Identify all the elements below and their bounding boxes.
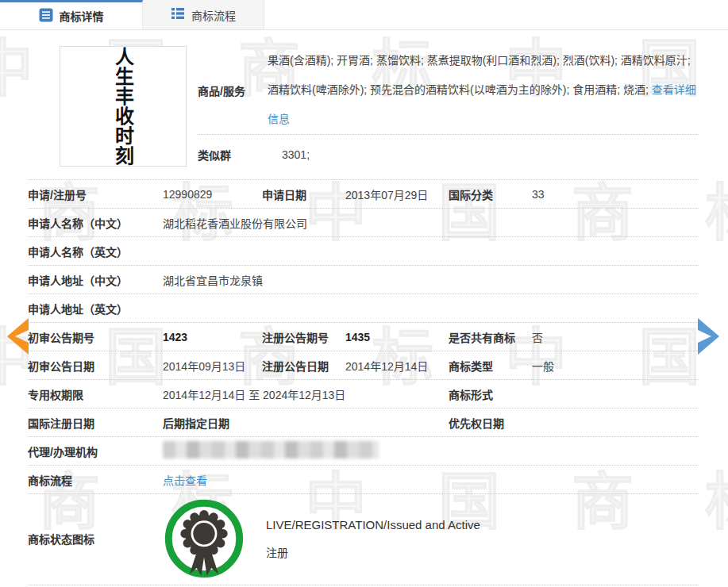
row-status: 商标状态图标 bbox=[28, 494, 699, 585]
intl-class-label: 国际分类 bbox=[449, 186, 532, 202]
click-to-view-link[interactable]: 点击查看 bbox=[163, 474, 207, 487]
intl-class-value: 33 bbox=[532, 188, 699, 201]
tab-trademark-details[interactable]: 商标详情 bbox=[0, 0, 143, 29]
row-address-cn: 申请人地址（中文） 湖北省宜昌市龙泉镇 bbox=[28, 266, 699, 294]
trademark-detail-page: 中国商标中国商标中国商标中国商标中国商标中国商标 商标详情 bbox=[0, 0, 728, 587]
process-label: 商标流程 bbox=[28, 472, 163, 488]
row-applicant-en: 申请人名称（英文） bbox=[28, 237, 699, 266]
next-arrow-button[interactable] bbox=[696, 317, 722, 355]
goods-services-text: 果酒(含酒精); 开胃酒; 蒸馏饮料; 蒸煮提取物(利口酒和烈酒); 烈酒(饮料… bbox=[268, 46, 699, 134]
row-agent: 代理/办理机构 bbox=[28, 437, 699, 466]
reg-gazette-no-value: 1435 bbox=[345, 331, 449, 343]
mark-type-value: 一般 bbox=[532, 358, 699, 374]
first-gazette-no-label: 初审公告期号 bbox=[28, 329, 163, 345]
agent-name-redacted bbox=[163, 441, 379, 458]
list-icon bbox=[171, 6, 185, 23]
tab-process-label: 商标流程 bbox=[191, 7, 236, 23]
reg-gazette-date-value: 2014年12月14日 bbox=[345, 358, 449, 374]
later-designation-date-label: 后期指定日期 bbox=[163, 415, 449, 431]
first-gazette-date-label: 初审公告日期 bbox=[28, 358, 163, 374]
top-section: 人生丰收时刻 商品/服务 果酒(含酒精); 开胃酒; 蒸馏饮料; 蒸煮提取物(利… bbox=[28, 46, 699, 180]
applicant-cn-label: 申请人名称（中文） bbox=[28, 215, 163, 231]
goods-services-label: 商品/服务 bbox=[198, 82, 268, 98]
row-application: 申请/注册号 12990829 申请日期 2013年07月29日 国际分类 33 bbox=[28, 180, 699, 209]
tab-trademark-process[interactable]: 商标流程 bbox=[143, 0, 264, 29]
exclusive-period-value: 2014年12月14日 至 2024年12月13日 bbox=[163, 386, 449, 402]
exclusive-period-label: 专用权期限 bbox=[28, 386, 163, 402]
tab-details-label: 商标详情 bbox=[60, 8, 104, 24]
first-gazette-date-value: 2014年09月13日 bbox=[163, 358, 262, 374]
status-icon-label: 商标状态图标 bbox=[28, 531, 163, 547]
previous-arrow-button[interactable] bbox=[5, 317, 30, 355]
row-process: 商标流程 点击查看 bbox=[28, 466, 699, 494]
address-cn-label: 申请人地址（中文） bbox=[28, 272, 163, 288]
applicant-en-label: 申请人名称（英文） bbox=[28, 244, 163, 259]
row-applicant-cn: 申请人名称（中文） 湖北稻花香酒业股份有限公司 bbox=[28, 209, 699, 237]
shared-mark-label: 是否共有商标 bbox=[449, 329, 532, 345]
first-gazette-no-value: 1423 bbox=[163, 331, 262, 343]
shared-mark-value: 否 bbox=[532, 329, 699, 345]
reg-no-label: 申请/注册号 bbox=[28, 186, 163, 202]
reg-no-value: 12990829 bbox=[163, 188, 262, 201]
trademark-detail-content: 人生丰收时刻 商品/服务 果酒(含酒精); 开胃酒; 蒸馏饮料; 蒸煮提取物(利… bbox=[0, 30, 728, 585]
goods-services-row: 商品/服务 果酒(含酒精); 开胃酒; 蒸馏饮料; 蒸煮提取物(利口酒和烈酒);… bbox=[198, 46, 699, 135]
status-text-live: LIVE/REGISTRATION/Issued and Active bbox=[266, 518, 480, 531]
similar-group-value: 3301; bbox=[268, 148, 310, 161]
row-gazette-dates: 初审公告日期 2014年09月13日 注册公告日期 2014年12月14日 商标… bbox=[28, 351, 699, 380]
agent-label: 代理/办理机构 bbox=[28, 443, 163, 459]
app-date-value: 2013年07月29日 bbox=[345, 186, 449, 202]
reg-gazette-date-label: 注册公告日期 bbox=[262, 358, 345, 374]
mark-type-label: 商标类型 bbox=[449, 358, 532, 374]
similar-group-label: 类似群 bbox=[198, 147, 268, 163]
mark-form-label: 商标形式 bbox=[449, 386, 532, 402]
address-cn-value: 湖北省宜昌市龙泉镇 bbox=[163, 272, 699, 288]
status-text-registered: 注册 bbox=[266, 544, 480, 560]
reg-gazette-no-label: 注册公告期号 bbox=[262, 329, 345, 345]
intl-reg-date-label: 国际注册日期 bbox=[28, 415, 163, 431]
applicant-cn-value: 湖北稻花香酒业股份有限公司 bbox=[163, 215, 699, 231]
address-en-label: 申请人地址（英文） bbox=[28, 301, 163, 317]
document-lines-icon bbox=[39, 8, 53, 25]
priority-date-label: 优先权日期 bbox=[449, 415, 532, 431]
row-address-en: 申请人地址（英文） bbox=[28, 294, 699, 323]
registered-medal-icon bbox=[163, 497, 245, 580]
trademark-calligraphy-text: 人生丰收时刻 bbox=[113, 47, 133, 166]
similar-group-row: 类似群 3301; bbox=[198, 135, 699, 175]
row-gazette-numbers: 初审公告期号 1423 注册公告期号 1435 是否共有商标 否 bbox=[28, 323, 699, 351]
row-exclusive-period: 专用权期限 2014年12月14日 至 2024年12月13日 商标形式 bbox=[28, 380, 699, 409]
goods-services-list: 果酒(含酒精); 开胃酒; 蒸馏饮料; 蒸煮提取物(利口酒和烈酒); 烈酒(饮料… bbox=[268, 54, 691, 96]
row-international-dates: 国际注册日期 后期指定日期 优先权日期 bbox=[28, 409, 699, 437]
trademark-image: 人生丰收时刻 bbox=[60, 46, 187, 167]
app-date-label: 申请日期 bbox=[262, 186, 345, 202]
tab-bar: 商标详情 商标流程 bbox=[0, 0, 728, 30]
